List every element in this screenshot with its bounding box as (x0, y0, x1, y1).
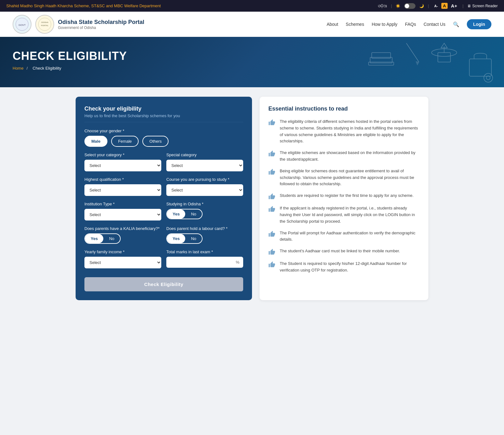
hero-section: CHECK ELIGIBILITY Home / Check Eligibili… (0, 37, 504, 87)
nav-schemes[interactable]: Schemes (346, 22, 364, 27)
nav-faqs[interactable]: FAQs (405, 22, 416, 27)
kalia-group: Does parents have a KALIA beneficiary?* … (84, 226, 161, 244)
sep2: | (428, 4, 429, 8)
svg-text:GOVT: GOVT (19, 24, 26, 26)
instruction-text-6: The student's Aadhaar card must be linke… (280, 248, 400, 255)
kalia-row: Does parents have a KALIA beneficiary?* … (84, 226, 243, 249)
nav-contact[interactable]: Contact Us (424, 22, 445, 27)
thumb-icon-2 (268, 169, 275, 175)
qualification-select[interactable]: Select 10th / Matriculation 12th / Inter… (84, 184, 161, 196)
dark-mode-toggle[interactable] (404, 3, 415, 9)
institution-select[interactable]: Select Government Private Government-Aid… (84, 209, 161, 220)
portal-subtitle: Government of Odisha (58, 26, 144, 30)
sep1: | (391, 4, 392, 8)
marks-group: Total marks in last exam * % (166, 249, 243, 268)
form-title: Check your eligibility (84, 106, 243, 112)
top-bar-controls: ଓଡ଼ିଆ | ☀️ 🌙 | A- A A+ | 🖥 Screen Reader (378, 3, 498, 9)
svg-point-13 (484, 73, 493, 82)
studying-odisha-label: Studying in Odisha * (166, 202, 243, 206)
instruction-text-5: The Portal will prompt for Aadhaar authe… (280, 230, 420, 243)
thumb-icon-4 (268, 206, 275, 213)
thumb-icon-5 (268, 231, 275, 238)
svg-rect-5 (369, 62, 394, 65)
top-banner: Shahid Madho Singh Haath Kharcha Scheme,… (0, 0, 504, 12)
header-logo: GOVT ODISHA PORTAL Odisha State Scholars… (13, 15, 144, 34)
thumb-icon-1 (268, 150, 275, 157)
kalia-toggle: Yes No (84, 233, 121, 244)
breadcrumb-separator: / (26, 66, 28, 71)
sun-icon: ☀️ (396, 4, 400, 8)
thumb-icon-0 (268, 119, 275, 126)
labour-label: Does parent hold a labour card? * (166, 226, 243, 231)
instruction-item-5: The Portal will prompt for Aadhaar authe… (268, 230, 420, 243)
screen-reader-btn[interactable]: 🖥 Screen Reader (467, 4, 498, 8)
svg-text:PORTAL: PORTAL (41, 25, 49, 26)
instruction-item-4: If the applicant is already registered i… (268, 205, 420, 225)
instruction-item-3: Students are required to register for th… (268, 192, 420, 200)
qualification-group: Highest qualification * Select 10th / Ma… (84, 177, 161, 196)
instruction-item-7: The Student is required to specify his/h… (268, 260, 420, 274)
institution-group: Institution Type * Select Government Pri… (84, 202, 161, 220)
instructions-list: The eligibility criteria of different sc… (268, 118, 420, 274)
income-select[interactable]: Select Below 1 Lakh 1-2.5 Lakh 2.5-5 Lak… (84, 257, 161, 268)
svg-point-14 (486, 76, 490, 80)
govt-logo: GOVT (13, 15, 32, 34)
portal-logo: ODISHA PORTAL (35, 15, 54, 34)
gender-others-btn[interactable]: Others (142, 136, 169, 147)
thumb-icon-6 (268, 249, 275, 255)
marks-input[interactable] (166, 257, 243, 268)
labour-yes-btn[interactable]: Yes (167, 234, 185, 243)
category-group: Select your category * Select General OB… (84, 152, 161, 171)
category-row: Select your category * Select General OB… (84, 152, 243, 177)
studying-odisha-yes-btn[interactable]: Yes (167, 209, 185, 219)
gender-buttons: Male Female Others (84, 136, 243, 147)
font-size-controls: A- A A+ (433, 3, 459, 9)
svg-line-15 (406, 43, 419, 62)
gender-male-btn[interactable]: Male (84, 136, 107, 147)
income-group: Yearly family income * Select Below 1 La… (84, 249, 161, 268)
labour-group: Does parent hold a labour card? * Yes No (166, 226, 243, 244)
gender-female-btn[interactable]: Female (111, 136, 139, 147)
special-category-group: Special category Select Differently Able… (166, 152, 243, 171)
svg-point-2 (38, 18, 51, 31)
studying-odisha-group: Studying in Odisha * Yes No (166, 202, 243, 220)
course-select[interactable]: Select Engineering Medical Arts Science (166, 184, 243, 196)
check-eligibility-button[interactable]: Check Eligibility (84, 277, 243, 291)
font-normal-btn[interactable]: A (441, 3, 447, 9)
header: GOVT ODISHA PORTAL Odisha State Scholars… (0, 12, 504, 37)
labour-no-btn[interactable]: No (185, 234, 202, 243)
course-label: Course you are pursuing to study * (166, 177, 243, 182)
kalia-yes-btn[interactable]: Yes (85, 234, 103, 243)
breadcrumb-current: Check Eligibility (33, 66, 61, 71)
special-category-select[interactable]: Select Differently Abled None (166, 160, 243, 171)
labour-toggle: Yes No (166, 233, 203, 244)
login-button[interactable]: Login (467, 19, 491, 29)
instruction-text-0: The eligibility criteria of different sc… (280, 118, 420, 145)
income-marks-row: Yearly family income * Select Below 1 La… (84, 249, 243, 274)
studying-odisha-no-btn[interactable]: No (185, 209, 202, 219)
instructions-panel: Essential instructions to read The eligi… (260, 97, 428, 300)
instruction-text-3: Students are required to register for th… (280, 192, 414, 199)
special-category-label: Special category (166, 152, 243, 157)
nav-about[interactable]: About (327, 22, 338, 27)
nav-how-to-apply[interactable]: How to Apply (372, 22, 398, 27)
category-select[interactable]: Select General OBC SC ST (84, 160, 161, 171)
language-label[interactable]: ଓଡ଼ିଆ (378, 4, 387, 8)
font-plus-btn[interactable]: A+ (450, 3, 459, 9)
search-icon[interactable]: 🔍 (453, 21, 459, 27)
instruction-item-6: The student's Aadhaar card must be linke… (268, 248, 420, 255)
hero-illustration (346, 37, 504, 87)
monitor-icon: 🖥 (467, 4, 471, 8)
kalia-no-btn[interactable]: No (103, 234, 120, 243)
qualification-row: Highest qualification * Select 10th / Ma… (84, 177, 243, 202)
main-content: Check your eligibility Help us to find t… (63, 87, 441, 310)
instruction-item-2: Being eligible for schemes does not guar… (268, 168, 420, 187)
portal-title: Odisha State Scholarship Portal Governme… (58, 19, 144, 30)
instructions-title: Essential instructions to read (268, 106, 420, 112)
institution-label: Institution Type * (84, 202, 161, 206)
screen-reader-label: Screen Reader (472, 4, 498, 8)
instruction-text-7: The Student is required to specify his/h… (280, 260, 420, 274)
breadcrumb-home[interactable]: Home (13, 66, 24, 71)
instruction-item-0: The eligibility criteria of different sc… (268, 118, 420, 145)
font-minus-btn[interactable]: A- (433, 3, 440, 9)
